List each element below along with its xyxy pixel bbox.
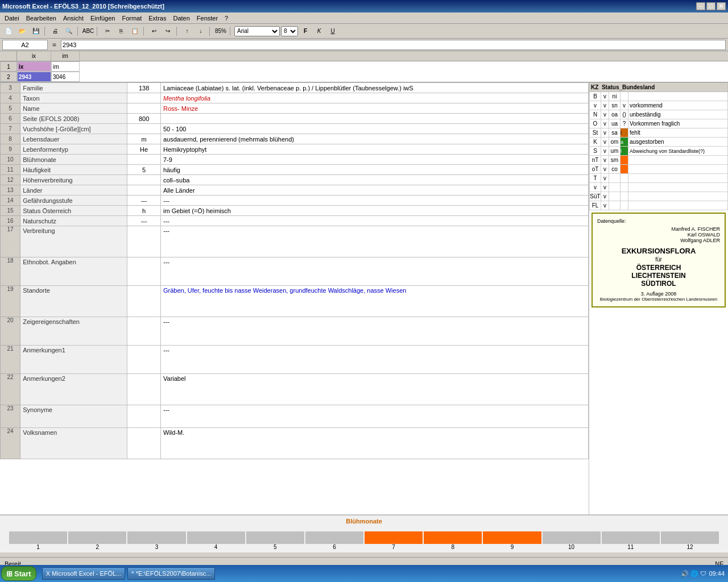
menu-fenster[interactable]: Fenster: [193, 14, 221, 23]
lebform-row: 9 Lebenformentyp He Hemikryptophyt: [1, 144, 589, 155]
copy-btn[interactable]: ⎘: [115, 26, 127, 37]
zeiger-val: ---: [161, 317, 589, 346]
legend-ot-text: [628, 165, 728, 174]
legend-vv-color: [621, 183, 628, 192]
status-legend-table: KZ Status_Bundesland B v ni: [589, 82, 728, 210]
legend-fl-row: FL v: [590, 201, 728, 210]
volk-num: [127, 428, 161, 459]
sort-desc-btn[interactable]: ↓: [195, 26, 207, 37]
save-btn[interactable]: 💾: [30, 26, 42, 37]
legend-ot-row: oT v co: [590, 165, 728, 174]
toolbar-sep1: [44, 27, 47, 36]
cell-b2[interactable]: 3046: [51, 72, 80, 82]
open-btn[interactable]: 📂: [16, 26, 28, 37]
taxon-row: 4 Taxon Mentha longifolia: [1, 93, 589, 103]
redo-btn[interactable]: ↪: [162, 26, 174, 37]
stand-row: 19 Standorte Gräben, Ufer, feuchte bis n…: [1, 286, 589, 317]
menu-help[interactable]: ?: [221, 14, 231, 23]
legend-nt-dot: v: [601, 156, 609, 165]
bloom-label-4: 4: [187, 544, 245, 550]
paste-btn[interactable]: 📋: [129, 26, 141, 37]
hauf-val: häufig: [161, 165, 589, 175]
legend-k-abbr: om: [609, 138, 621, 147]
col-header-im[interactable]: im: [51, 51, 80, 61]
lander-num: [127, 185, 161, 196]
maximize-btn[interactable]: □: [706, 2, 715, 10]
legend-v-text: vorkommend: [628, 101, 728, 110]
cell-a2[interactable]: 2943: [17, 72, 51, 82]
taskbar-time: 09:44: [709, 570, 725, 577]
menu-einfugen[interactable]: Einfügen: [87, 14, 118, 23]
menu-format[interactable]: Format: [118, 14, 145, 23]
gefahr-label: Gefährdungsstufe: [20, 196, 127, 206]
name-box[interactable]: [2, 40, 48, 50]
familie-label: Familie: [20, 83, 127, 93]
menu-daten[interactable]: Daten: [169, 14, 193, 23]
toolbar-sep5: [176, 27, 179, 36]
lebform-num: He: [127, 144, 161, 155]
content-columns: 3 Familie 138 Lamiaceae (Labiatae) s. la…: [0, 82, 728, 514]
legend-vv-key: v: [590, 183, 601, 192]
book-info-box: Datenquelle: Manfred A. FISCHER Karl OSW…: [592, 213, 726, 307]
row-num-verbr: 17: [1, 226, 20, 257]
minimize-btn[interactable]: ─: [696, 2, 705, 10]
formula-input[interactable]: [61, 40, 726, 50]
menu-bearbeiten[interactable]: Bearbeiten: [23, 14, 60, 23]
legend-vv-abbr: [609, 183, 621, 192]
menu-ansicht[interactable]: Ansicht: [60, 14, 87, 23]
stand-label: Standorte: [20, 286, 127, 317]
toolbar-sep7: [230, 27, 232, 36]
vuchs-num: [127, 124, 161, 134]
legend-fl-dot: v: [601, 201, 609, 210]
anm2-num: [127, 374, 161, 405]
hauf-num: 5: [127, 165, 161, 175]
legend-k-dot: v: [601, 138, 609, 147]
bloom-bars-container: [5, 527, 723, 544]
print-btn[interactable]: 🖨: [49, 26, 61, 37]
cell-a1[interactable]: ix: [17, 61, 51, 72]
bloom-chart-title: Blühmonate: [5, 518, 723, 525]
zeiger-row: 20 Zeigereigenschaften ---: [1, 317, 589, 346]
taxon-num: [127, 93, 161, 103]
sort-asc-btn[interactable]: ↑: [181, 26, 193, 37]
legend-s-row: S v um l Abweichung von Standardliste(?): [590, 147, 728, 156]
legend-o-text: Vorkommen fraglich: [628, 119, 728, 128]
bloom-label-11: 11: [602, 544, 660, 550]
italic-btn[interactable]: K: [313, 26, 325, 37]
bloom-bar-5: [246, 531, 304, 544]
taskbar-botanik-item[interactable]: * *E:\EFÖLS2007\Botanisc...: [127, 567, 215, 580]
menu-datei[interactable]: Datei: [1, 14, 23, 23]
legend-st-dot: v: [601, 128, 609, 138]
name-num: [127, 103, 161, 114]
verbr-num: [127, 226, 161, 257]
legend-v-key: v: [590, 101, 601, 110]
legend-o-dot: v: [601, 119, 609, 128]
col-header-ix[interactable]: ix: [17, 51, 51, 61]
lander-val: Alle Länder: [161, 185, 589, 196]
preview-btn[interactable]: 🔍: [63, 26, 75, 37]
hauf-row: 11 Häufigkeit 5 häufig: [1, 165, 589, 175]
row-num-natur: 16: [1, 216, 20, 226]
toolbar-sep6: [209, 27, 212, 36]
leben-num: m: [127, 134, 161, 144]
anm1-row: 21 Anmerkungen1 ---: [1, 346, 589, 374]
close-btn[interactable]: ✕: [717, 2, 726, 10]
legend-s-text: Abweichung von Standardliste(?): [628, 147, 728, 156]
taskbar-excel-item[interactable]: X Microsoft Excel - EFÖL...: [42, 567, 126, 580]
name-label: Name: [20, 103, 127, 114]
font-size-select[interactable]: 8: [281, 26, 298, 36]
start-button[interactable]: ⊞ Start: [1, 566, 36, 581]
bold-btn[interactable]: F: [299, 26, 312, 37]
legend-b-dot: v: [601, 92, 609, 101]
underline-btn[interactable]: U: [326, 26, 339, 37]
menu-extras[interactable]: Extras: [145, 14, 169, 23]
status-header: KZ Status_Bundesland: [590, 83, 728, 92]
row-num-familie: 3: [1, 83, 20, 93]
undo-btn[interactable]: ↩: [148, 26, 160, 37]
new-btn[interactable]: 📄: [2, 26, 15, 37]
spell-btn[interactable]: ABC: [82, 26, 94, 37]
cell-b1[interactable]: im: [51, 61, 80, 72]
cut-btn[interactable]: ✂: [101, 26, 114, 37]
top-rows-area: 1 ix im 2 2943 3046: [0, 61, 728, 82]
font-name-select[interactable]: Arial: [234, 26, 280, 36]
